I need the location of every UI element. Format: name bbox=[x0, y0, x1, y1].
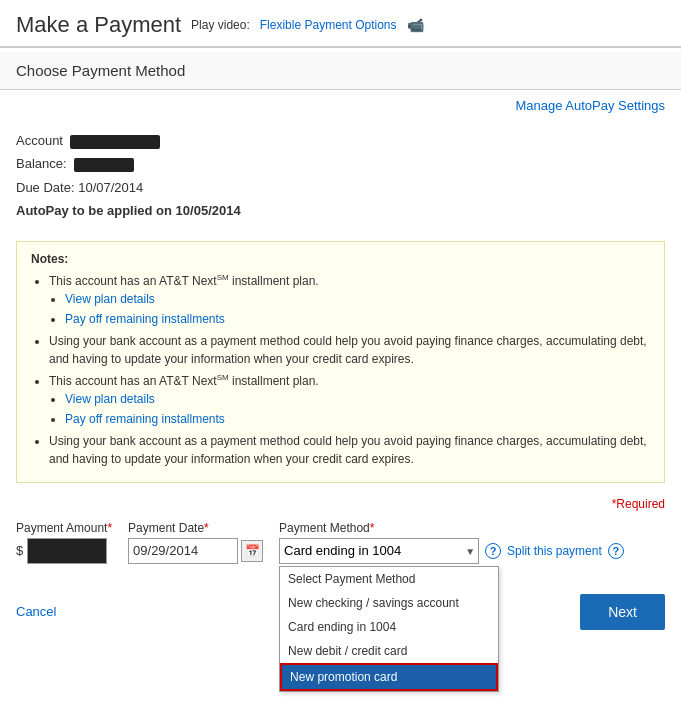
notes-list: This account has an AT&T NextSM installm… bbox=[31, 272, 650, 468]
manage-autopay-container: Manage AutoPay Settings bbox=[0, 90, 681, 121]
notes-sub-item-3-1: View plan details bbox=[65, 390, 650, 408]
page-header: Make a Payment Play video: Flexible Paym… bbox=[0, 0, 681, 47]
dollar-sign: $ bbox=[16, 543, 23, 558]
dropdown-item-new-debit[interactable]: New debit / credit card bbox=[280, 639, 498, 663]
balance-row: Balance: bbox=[16, 152, 665, 175]
amount-input[interactable] bbox=[27, 538, 107, 564]
payment-amount-label: Payment Amount* bbox=[16, 521, 112, 535]
section-header: Choose Payment Method bbox=[0, 52, 681, 90]
notes-item-3-text-before: This account has an AT&T NextSM installm… bbox=[49, 374, 319, 388]
required-label: *Required bbox=[612, 497, 665, 511]
date-row: 📅 bbox=[128, 538, 263, 564]
payment-method-field: Payment Method* Select Payment Method Ne… bbox=[279, 521, 624, 564]
due-date-label: Due Date: bbox=[16, 180, 75, 195]
payment-fields: Payment Amount* $ Payment Date* 📅 Paymen… bbox=[0, 515, 681, 574]
payment-method-dropdown[interactable]: Select Payment Method New checking / sav… bbox=[279, 566, 499, 692]
notes-box: Notes: This account has an AT&T NextSM i… bbox=[16, 241, 665, 483]
autopay-label: AutoPay to be applied on 10/05/2014 bbox=[16, 203, 241, 218]
date-input[interactable] bbox=[128, 538, 238, 564]
section-title: Choose Payment Method bbox=[16, 62, 665, 79]
pay-off-installments-link-2[interactable]: Pay off remaining installments bbox=[65, 412, 225, 426]
method-help-icon[interactable]: ? bbox=[485, 543, 501, 559]
notes-sub-item-3-2: Pay off remaining installments bbox=[65, 410, 650, 428]
calendar-icon[interactable]: 📅 bbox=[241, 540, 263, 562]
payment-amount-row: $ bbox=[16, 538, 112, 564]
account-value-redacted bbox=[70, 135, 160, 149]
cancel-link[interactable]: Cancel bbox=[16, 604, 56, 619]
notes-item-4-text: Using your bank account as a payment met… bbox=[49, 434, 647, 466]
notes-item-2: Using your bank account as a payment met… bbox=[49, 332, 650, 368]
manage-autopay-link[interactable]: Manage AutoPay Settings bbox=[515, 98, 665, 113]
dropdown-item-select[interactable]: Select Payment Method bbox=[280, 567, 498, 591]
payment-amount-field: Payment Amount* $ bbox=[16, 521, 112, 564]
date-required-marker: * bbox=[204, 521, 209, 535]
payment-method-select[interactable]: Select Payment Method New checking / sav… bbox=[279, 538, 479, 564]
notes-item-3: This account has an AT&T NextSM installm… bbox=[49, 372, 650, 428]
view-plan-details-link-1[interactable]: View plan details bbox=[65, 292, 155, 306]
dropdown-item-card-1004[interactable]: Card ending in 1004 bbox=[280, 615, 498, 639]
split-payment-link[interactable]: Split this payment bbox=[507, 544, 602, 558]
play-video-text: Play video: bbox=[191, 18, 250, 32]
account-row: Account bbox=[16, 129, 665, 152]
view-plan-details-link-2[interactable]: View plan details bbox=[65, 392, 155, 406]
payment-date-label: Payment Date* bbox=[128, 521, 263, 535]
autopay-row: AutoPay to be applied on 10/05/2014 bbox=[16, 199, 665, 222]
notes-sub-list-3: View plan details Pay off remaining inst… bbox=[49, 390, 650, 428]
notes-label: Notes: bbox=[31, 252, 650, 266]
payment-method-label: Payment Method* bbox=[279, 521, 624, 535]
amount-required-marker: * bbox=[107, 521, 112, 535]
payment-date-field: Payment Date* 📅 bbox=[128, 521, 263, 564]
video-icon: 📹 bbox=[407, 17, 424, 33]
notes-item-4: Using your bank account as a payment met… bbox=[49, 432, 650, 468]
dropdown-item-checking[interactable]: New checking / savings account bbox=[280, 591, 498, 615]
page-title: Make a Payment bbox=[16, 12, 181, 38]
pay-off-installments-link-1[interactable]: Pay off remaining installments bbox=[65, 312, 225, 326]
account-info: Account Balance: Due Date: 10/07/2014 Au… bbox=[0, 121, 681, 231]
notes-item-1-text-before: This account has an AT&T NextSM installm… bbox=[49, 274, 319, 288]
split-help-icon[interactable]: ? bbox=[608, 543, 624, 559]
account-label: Account bbox=[16, 133, 63, 148]
notes-sub-list-1: View plan details Pay off remaining inst… bbox=[49, 290, 650, 328]
method-required-marker: * bbox=[370, 521, 375, 535]
notes-sub-item-1-2: Pay off remaining installments bbox=[65, 310, 650, 328]
dropdown-item-new-promo[interactable]: New promotion card bbox=[280, 663, 498, 691]
due-date-value: 10/07/2014 bbox=[78, 180, 143, 195]
notes-item-1: This account has an AT&T NextSM installm… bbox=[49, 272, 650, 328]
method-row: Select Payment Method New checking / sav… bbox=[279, 538, 624, 564]
balance-value-redacted bbox=[74, 158, 134, 172]
notes-sub-item-1-1: View plan details bbox=[65, 290, 650, 308]
method-select-wrapper: Select Payment Method New checking / sav… bbox=[279, 538, 479, 564]
play-video-link[interactable]: Flexible Payment Options bbox=[260, 18, 397, 32]
notes-item-2-text: Using your bank account as a payment met… bbox=[49, 334, 647, 366]
due-date-row: Due Date: 10/07/2014 bbox=[16, 176, 665, 199]
balance-label: Balance: bbox=[16, 156, 67, 171]
required-note: *Required bbox=[0, 493, 681, 515]
next-button[interactable]: Next bbox=[580, 594, 665, 630]
